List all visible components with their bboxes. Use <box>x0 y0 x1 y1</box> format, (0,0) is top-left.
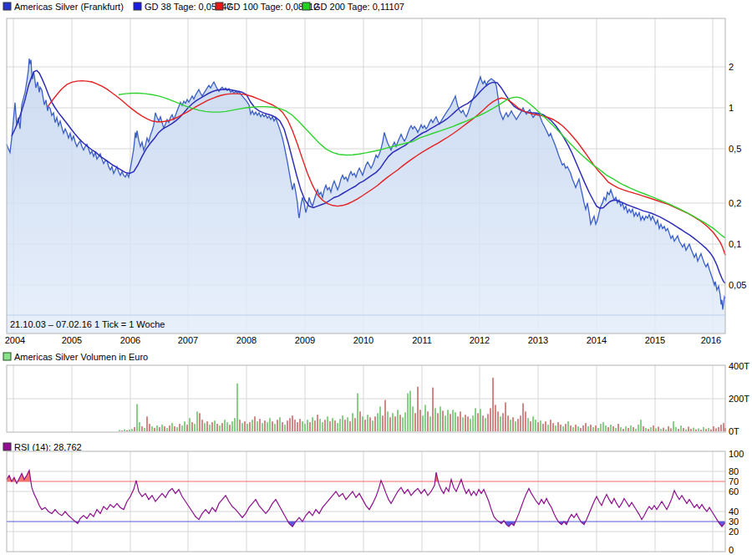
volume-bar <box>582 425 584 431</box>
volume-bar <box>532 416 534 431</box>
volume-bar <box>241 423 243 431</box>
volume-bar <box>417 387 419 431</box>
volume-bar <box>678 429 679 431</box>
volume-bar <box>565 424 567 431</box>
volume-bar <box>467 416 469 431</box>
rsi-y-axis-label: 0 <box>729 545 734 555</box>
volume-bar <box>460 411 461 431</box>
volume-bar <box>139 422 140 431</box>
volume-bar <box>219 425 221 431</box>
rsi-y-axis-label: 100 <box>729 449 744 459</box>
volume-bar <box>129 430 130 431</box>
volume-bar <box>530 421 531 431</box>
volume-bar <box>204 423 206 431</box>
volume-bar <box>362 416 363 431</box>
volume-bar <box>124 430 125 431</box>
price-y-axis-label: 1 <box>729 103 734 113</box>
volume-bar <box>196 411 198 431</box>
volume-bar <box>470 419 471 431</box>
volume-bar <box>622 429 624 431</box>
volume-bar <box>445 415 446 431</box>
volume-bar <box>402 417 404 431</box>
gd38-legend-swatch <box>134 3 141 10</box>
volume-bar <box>683 428 684 431</box>
volume-bar <box>364 420 366 431</box>
volume-bar <box>186 425 188 431</box>
volume-bar <box>367 415 368 431</box>
gd100-legend-swatch <box>216 3 223 10</box>
x-axis-year-label: 2011 <box>412 335 432 345</box>
volume-bar <box>154 428 155 431</box>
volume-bar <box>610 425 612 431</box>
volume-bar <box>252 420 253 431</box>
gd200-legend-swatch <box>302 3 310 10</box>
volume-bar <box>607 427 609 431</box>
rsi-y-axis-label: 70 <box>729 476 739 486</box>
volume-bar <box>487 414 489 431</box>
volume-bar <box>575 425 577 431</box>
volume-bar <box>557 422 559 431</box>
volume-bar <box>490 408 491 431</box>
rsi-y-axis-label: 20 <box>729 527 739 537</box>
x-axis-year-label: 2012 <box>470 335 490 345</box>
volume-bar <box>422 415 424 431</box>
volume-bar <box>545 421 546 431</box>
volume-bar <box>126 430 128 431</box>
volume-bar <box>206 421 208 431</box>
volume-bar <box>515 421 516 431</box>
volume-bar <box>347 417 348 431</box>
rsi-y-axis-label: 40 <box>729 507 739 517</box>
volume-bar <box>384 400 386 431</box>
volume-bar <box>653 425 654 431</box>
volume-bar <box>698 428 699 431</box>
volume-bar <box>349 421 351 431</box>
volume-bar <box>176 427 178 431</box>
volume-bar <box>680 425 682 431</box>
date-range-note: 21.10.03 – 07.02.16 1 Tick = 1 Woche <box>10 319 165 329</box>
volume-bar <box>221 423 223 431</box>
volume-bar <box>720 425 722 431</box>
volume-bar <box>512 417 514 431</box>
volume-bar <box>372 420 373 431</box>
volume-bar <box>560 425 561 431</box>
volume-bar <box>249 422 251 431</box>
volume-bar <box>505 402 506 431</box>
volume-bar <box>131 429 133 431</box>
rsi-y-axis-label: 60 <box>729 486 739 496</box>
x-axis-year-label: 2008 <box>236 335 257 345</box>
volume-bar <box>394 416 396 431</box>
volume-bar <box>304 424 306 431</box>
volume-bar <box>552 423 554 431</box>
volume-bar <box>527 418 529 431</box>
volume-bar <box>374 416 376 431</box>
instrument-legend-label: Americas Silver (Frankfurt) <box>14 2 124 12</box>
volume-bar <box>387 411 389 431</box>
volume-bar <box>231 421 233 431</box>
volume-bar <box>369 417 371 431</box>
volume-y-axis-label: 400T <box>729 361 749 371</box>
volume-bar <box>465 415 466 431</box>
volume-bar <box>144 428 145 431</box>
volume-bar <box>211 422 213 431</box>
volume-bar <box>567 421 569 431</box>
volume-bar <box>254 416 256 431</box>
volume-bar <box>520 415 521 431</box>
volume-bar <box>625 426 627 431</box>
volume-bar <box>317 415 318 431</box>
volume-bar <box>329 421 331 431</box>
volume-bar <box>269 418 271 431</box>
volume-bar <box>282 422 283 431</box>
volume-bar <box>663 428 664 431</box>
volume-bar <box>174 426 175 431</box>
volume-bar <box>713 426 714 431</box>
main-legend: Americas Silver (Frankfurt) GD 38 Tage: … <box>3 2 404 12</box>
volume-bar <box>354 418 356 431</box>
volume-bar <box>502 413 504 431</box>
volume-bar <box>630 425 632 431</box>
volume-bar <box>179 424 180 431</box>
price-y-axis-label: 2 <box>729 62 734 72</box>
volume-bar <box>294 420 296 431</box>
volume-bar <box>525 411 526 431</box>
volume-bar <box>650 427 652 431</box>
volume-bar <box>344 420 346 431</box>
